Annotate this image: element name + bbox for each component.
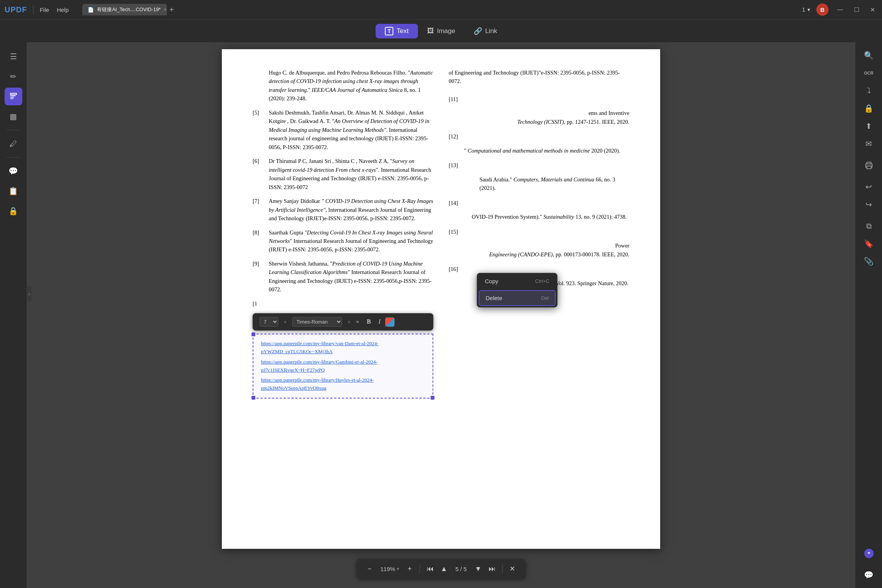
link-label: Link xyxy=(485,27,497,35)
help-menu-item[interactable]: Help xyxy=(57,7,69,13)
undo-redo-group: ↩ ↪ xyxy=(861,179,877,212)
ref-entry-5: [5] Sakshi Deshmukh, Tashfin Ansari, Dr.… xyxy=(253,108,433,151)
ref-entry-4-cont: Hugo C. de Albuquerque, and Pedro Pedros… xyxy=(253,68,433,103)
sidebar-divider-2 xyxy=(7,157,20,158)
page-nav-chevron[interactable]: ▾ xyxy=(807,7,810,13)
page-nav[interactable]: 1 ▾ xyxy=(802,7,810,13)
copy-icon[interactable]: 📋 xyxy=(5,182,22,200)
text-icon: T xyxy=(385,27,394,35)
last-page-button[interactable]: ⏭ xyxy=(485,562,499,576)
svg-rect-0 xyxy=(10,93,17,95)
copy-shortcut: Ctrl+C xyxy=(535,278,549,284)
ref-entry-8: [8] Saarthak Gupta "Detecting Covid-19 I… xyxy=(253,228,433,254)
right-col-text-5: OVID-19 Prevention System)." Sustainabil… xyxy=(449,213,629,221)
tab-icon: 📄 xyxy=(88,7,94,13)
resize-handle-br[interactable] xyxy=(431,396,434,400)
image-label: Image xyxy=(437,27,455,35)
font-name-control[interactable]: Times-Roman Arial Helvetica xyxy=(289,316,345,328)
zoom-chevron[interactable]: ▾ xyxy=(397,566,399,571)
right-ref-13: [13] xyxy=(449,161,629,169)
right-sidebar: 🔍 OCR ⤵ 🔒 ⬆ ✉ ↩ ↪ ⧉ 🔖 📎 ✦ 💬 xyxy=(855,42,882,588)
align-icon[interactable]: ≡ xyxy=(353,316,362,328)
maximize-button[interactable]: ☐ xyxy=(852,5,862,14)
zoom-in-button[interactable]: + xyxy=(403,562,417,576)
copy-menu-item[interactable]: Copy Ctrl+C xyxy=(477,273,557,289)
lock-icon[interactable]: 🔒 xyxy=(861,101,877,116)
ocr-icon[interactable]: OCR xyxy=(861,65,877,81)
bold-button[interactable]: B xyxy=(364,316,374,328)
image-tool-button[interactable]: 🖼 Image xyxy=(418,24,464,38)
font-size-control[interactable]: 7 8 10 12 xyxy=(256,316,281,328)
prev-page-button[interactable]: ▲ xyxy=(437,562,451,576)
right-col-text-1: of Engineering and Technology (IRJET)"e-… xyxy=(449,68,629,86)
ref-entry-7: [7] Amey Sanjay Didolkar " COVID-19 Dete… xyxy=(253,197,433,223)
resize-handle-bl[interactable] xyxy=(251,396,255,400)
url-link-1[interactable]: https://app.paperpile.com/my-library/van… xyxy=(261,340,425,356)
bottom-toolbar: − 119% ▾ + ⏮ ▲ 5 / 5 ▼ ⏭ ✕ xyxy=(356,559,526,579)
sidebar-divider-1 xyxy=(7,130,20,130)
chat-icon[interactable]: 💬 xyxy=(861,567,877,583)
link-tool-button[interactable]: 🔗 Link xyxy=(464,24,506,38)
main-content: Hugo C. de Albuquerque, and Pedro Pedros… xyxy=(27,42,855,588)
right-ref-16: [16] xyxy=(449,265,629,273)
panel-collapse-hint[interactable]: › xyxy=(27,286,32,302)
add-tab-button[interactable]: + xyxy=(169,5,174,14)
url-link-2[interactable]: https://app.paperpile.com/my-library/Gam… xyxy=(261,358,425,374)
text-label: Text xyxy=(396,27,408,35)
left-sidebar: ☰ ✏ ▦ 🖊 💬 📋 🔒 xyxy=(0,42,27,588)
convert-pdf-icon[interactable]: ⤵ xyxy=(861,83,877,98)
font-name-select[interactable]: Times-Roman Arial Helvetica xyxy=(292,317,342,327)
tab-close-btn[interactable]: × xyxy=(164,7,166,12)
delete-menu-item[interactable]: Delete Del xyxy=(479,290,556,306)
text-tool-button[interactable]: T Text xyxy=(376,24,418,38)
svg-text:✦: ✦ xyxy=(867,550,871,556)
text-box-selected[interactable]: https://app.paperpile.com/my-library/van… xyxy=(253,334,433,399)
toolbar-divider-1 xyxy=(420,564,420,573)
titlebar-controls: 1 ▾ B — ☐ ✕ xyxy=(802,3,877,16)
right-ref-12: [12] xyxy=(449,132,629,141)
share-icon[interactable]: ⬆ xyxy=(861,118,877,134)
ai-icon[interactable]: ✦ xyxy=(861,546,877,561)
resize-handle-tl[interactable] xyxy=(251,332,255,336)
search-icon[interactable]: 🔍 xyxy=(861,48,877,63)
svg-rect-4 xyxy=(867,166,871,169)
pen-icon[interactable]: ✏ xyxy=(5,68,22,85)
close-toolbar-button[interactable]: ✕ xyxy=(506,562,519,576)
delete-shortcut: Del xyxy=(541,295,549,301)
bookmark-icon[interactable]: 🔖 xyxy=(861,236,877,251)
text-box-content[interactable]: https://app.paperpile.com/my-library/van… xyxy=(257,337,429,395)
attach-icon[interactable]: 📎 xyxy=(861,254,877,269)
toolbar-divider-2 xyxy=(502,564,503,573)
undo-icon[interactable]: ↩ xyxy=(861,179,877,194)
right-ref-15: [15] xyxy=(449,228,629,236)
pdf-content: Hugo C. de Albuquerque, and Pedro Pedros… xyxy=(222,49,660,422)
right-ref-11: [11] xyxy=(449,95,629,103)
color-picker[interactable] xyxy=(385,317,394,327)
close-window-button[interactable]: ✕ xyxy=(868,5,877,14)
first-page-button[interactable]: ⏮ xyxy=(423,562,437,576)
stamp-icon[interactable]: 🖊 xyxy=(5,135,22,153)
redo-icon[interactable]: ↪ xyxy=(861,197,877,212)
minimize-button[interactable]: — xyxy=(835,5,845,14)
active-tab[interactable]: 📄 有链接AI_Tech....COVID-19* × xyxy=(82,4,167,15)
view-icon[interactable]: ☰ xyxy=(5,48,22,65)
file-menu-item[interactable]: File xyxy=(40,7,49,13)
zoom-out-button[interactable]: − xyxy=(363,562,376,576)
layout-icon[interactable]: ▦ xyxy=(5,108,22,125)
font-size-select[interactable]: 7 8 10 12 xyxy=(260,317,278,327)
zoom-level-display: 119% ▾ xyxy=(376,564,403,574)
tab-area: 📄 有链接AI_Tech....COVID-19* × + xyxy=(82,4,796,15)
edit-text-icon[interactable] xyxy=(5,88,22,105)
right-col-text-3: " Computational and mathematical methods… xyxy=(449,146,629,155)
print-icon[interactable] xyxy=(861,158,877,173)
security-icon[interactable]: 🔒 xyxy=(5,202,22,220)
layers-icon[interactable]: ⧉ xyxy=(861,218,877,234)
url-link-3[interactable]: https://app.paperpile.com/my-library/Hay… xyxy=(261,376,425,392)
right-column: of Engineering and Technology (IRJET)"e-… xyxy=(449,68,629,399)
mail-icon[interactable]: ✉ xyxy=(861,136,877,151)
user-avatar[interactable]: B xyxy=(816,3,829,16)
comment-icon[interactable]: 💬 xyxy=(5,162,22,180)
italic-button[interactable]: I xyxy=(376,316,384,328)
document-page: Hugo C. de Albuquerque, and Pedro Pedros… xyxy=(222,49,660,549)
next-page-button[interactable]: ▼ xyxy=(471,562,485,576)
